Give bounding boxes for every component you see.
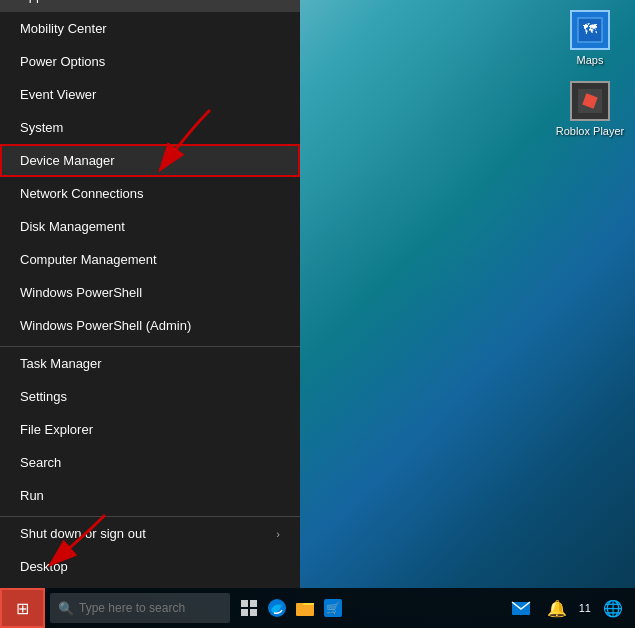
search-bar[interactable]: 🔍 <box>50 593 230 623</box>
edge-browser-icon[interactable] <box>263 593 291 623</box>
menu-item-computer-management[interactable]: Computer Management <box>0 243 300 276</box>
menu-item-system[interactable]: System <box>0 111 300 144</box>
menu-item-search[interactable]: Search <box>0 446 300 479</box>
menu-item-label-run: Run <box>20 488 44 503</box>
search-input[interactable] <box>79 601 222 615</box>
submenu-chevron-icon: › <box>276 528 280 540</box>
svg-rect-7 <box>250 609 257 616</box>
menu-item-desktop[interactable]: Desktop <box>0 550 300 583</box>
context-menu: Apps and FeaturesMobility CenterPower Op… <box>0 0 300 588</box>
system-clock: 11 <box>579 601 591 615</box>
taskbar: ⊞ 🔍 <box>0 588 635 628</box>
menu-item-label-computer-management: Computer Management <box>20 252 157 267</box>
menu-item-label-power-options: Power Options <box>20 54 105 69</box>
menu-item-label-windows-powershell-admin: Windows PowerShell (Admin) <box>20 318 191 333</box>
menu-item-label-settings: Settings <box>20 389 67 404</box>
desktop-icons-right: 🗺 Maps Roblox Player <box>555 10 625 137</box>
file-explorer-taskbar-icon[interactable] <box>291 593 319 623</box>
menu-item-label-event-viewer: Event Viewer <box>20 87 96 102</box>
roblox-icon[interactable]: Roblox Player <box>555 81 625 137</box>
notification-icon[interactable]: 🔔 <box>543 593 571 623</box>
menu-item-disk-management[interactable]: Disk Management <box>0 210 300 243</box>
menu-item-label-apps-features: Apps and Features <box>20 0 130 3</box>
menu-item-windows-powershell[interactable]: Windows PowerShell <box>0 276 300 309</box>
menu-item-device-manager[interactable]: Device Manager <box>0 144 300 177</box>
globe-icon[interactable]: 🌐 <box>599 593 627 623</box>
menu-item-event-viewer[interactable]: Event Viewer <box>0 78 300 111</box>
menu-item-label-system: System <box>20 120 63 135</box>
mail-taskbar-icon[interactable] <box>507 593 535 623</box>
menu-item-shutdown-signout[interactable]: Shut down or sign out› <box>0 516 300 550</box>
menu-item-label-task-manager: Task Manager <box>20 356 102 371</box>
svg-rect-5 <box>250 600 257 607</box>
menu-item-label-device-manager: Device Manager <box>20 153 115 168</box>
menu-item-mobility-center[interactable]: Mobility Center <box>0 12 300 45</box>
menu-item-label-disk-management: Disk Management <box>20 219 125 234</box>
maps-label: Maps <box>577 54 604 66</box>
menu-item-file-explorer[interactable]: File Explorer <box>0 413 300 446</box>
menu-item-network-connections[interactable]: Network Connections <box>0 177 300 210</box>
menu-item-apps-features[interactable]: Apps and Features <box>0 0 300 12</box>
search-icon: 🔍 <box>58 601 74 616</box>
menu-item-label-windows-powershell: Windows PowerShell <box>20 285 142 300</box>
windows-logo-icon: ⊞ <box>16 599 29 618</box>
start-button[interactable]: ⊞ <box>0 588 45 628</box>
menu-item-label-mobility-center: Mobility Center <box>20 21 107 36</box>
menu-item-label-shutdown-signout: Shut down or sign out <box>20 526 146 541</box>
menu-item-windows-powershell-admin[interactable]: Windows PowerShell (Admin) <box>0 309 300 342</box>
menu-item-label-network-connections: Network Connections <box>20 186 144 201</box>
menu-item-task-manager[interactable]: Task Manager <box>0 346 300 380</box>
svg-text:🗺: 🗺 <box>583 21 597 37</box>
task-view-button[interactable] <box>235 593 263 623</box>
desktop: 🗺 Maps Roblox Player 📄 Lea... 📁 <box>0 0 635 628</box>
roblox-label: Roblox Player <box>556 125 624 137</box>
maps-icon[interactable]: 🗺 Maps <box>555 10 625 66</box>
taskbar-system-tray: 🔔 11 🌐 <box>507 593 635 623</box>
menu-item-label-search: Search <box>20 455 61 470</box>
menu-item-label-file-explorer: File Explorer <box>20 422 93 437</box>
svg-text:🛒: 🛒 <box>326 601 340 615</box>
menu-item-run[interactable]: Run <box>0 479 300 512</box>
menu-item-label-desktop: Desktop <box>20 559 68 574</box>
menu-item-power-options[interactable]: Power Options <box>0 45 300 78</box>
menu-item-settings[interactable]: Settings <box>0 380 300 413</box>
store-icon[interactable]: 🛒 <box>319 593 347 623</box>
svg-rect-4 <box>241 600 248 607</box>
svg-rect-6 <box>241 609 248 616</box>
